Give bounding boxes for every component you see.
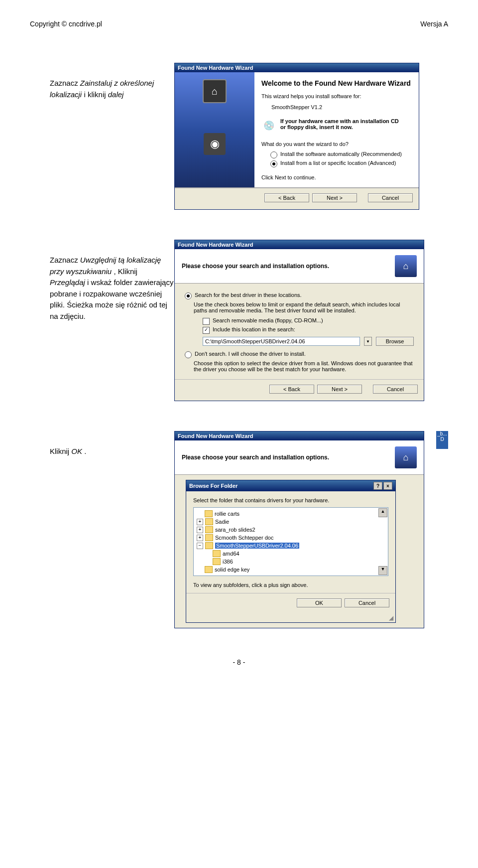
wizard1-question: What do you want the wizard to do? [261,141,412,147]
radio-dont-label: Don't search. I will choose the driver t… [195,351,306,357]
folder-smoothstepper[interactable]: SmoothStepperUSBDriver2.04.06 [215,543,299,549]
close-button[interactable]: × [383,482,392,490]
radio-dont-search[interactable] [185,351,192,358]
folder-icon [213,558,221,565]
radio-auto[interactable] [270,151,277,158]
wizard3-window: Found New Hardware Wizard Please choose … [174,431,424,628]
folder-icon [205,526,213,533]
path-dropdown-arrow[interactable]: ▼ [364,337,372,346]
wizard1-next-button[interactable]: Next > [312,193,357,202]
resize-grip-icon[interactable]: ◢ [186,614,395,622]
behind-window-strip: _b... D [436,431,448,449]
checkbox-removable-label: Search removable media (floppy, CD-ROM..… [213,317,323,323]
wizard1-cancel-button[interactable]: Cancel [368,193,413,202]
hardware-icon: ⌂ [203,79,227,103]
expand-icon[interactable]: + [197,519,203,525]
instr1-text2: i kliknij [84,90,108,99]
radio-search-locations[interactable] [185,292,192,299]
folder-sara[interactable]: sara_rob slides2 [215,527,255,533]
scroll-down-button[interactable]: ▼ [378,566,387,575]
radio-auto-label: Install the software automatically (Reco… [280,151,402,157]
folder-rollie[interactable]: rollie carts [215,511,239,517]
help-button[interactable]: ? [373,482,382,490]
folder-icon [205,542,213,549]
folder-solid-edge[interactable]: solid edge key [215,567,249,573]
hardware-badge-icon: ⌂ [395,255,417,277]
folder-icon [205,518,213,525]
browse-dialog-msg: Select the folder that contains drivers … [186,491,395,505]
browse-ok-button[interactable]: OK [297,598,342,607]
instr2-italic2: Przeglądaj [50,278,85,287]
behind-d: D [440,436,444,442]
wizard2-search-help: Use the check boxes below to limit or ex… [194,301,414,313]
browse-cancel-button[interactable]: Cancel [345,598,389,607]
folder-icon [205,510,213,517]
wizard1-cd2: or floppy disk, insert it now. [280,124,353,130]
wizard1-side-art: ⌂ ◉ [175,72,254,187]
radio-search-label: Search for the best driver in these loca… [195,292,302,298]
instruction-3: Kliknij OK . [50,446,174,457]
collapse-icon[interactable]: − [197,543,203,549]
browse-button[interactable]: Browse [376,337,414,346]
wizard1-window: Found New Hardware Wizard ⌂ ◉ Welcome to… [174,63,419,210]
checkbox-include-location[interactable] [203,327,210,334]
folder-sadie[interactable]: Sadie [215,519,229,525]
scroll-up-button[interactable]: ▲ [378,508,387,517]
wizard2-next-button[interactable]: Next > [317,385,362,394]
instr2-text2: , Kliknij [114,267,137,276]
folder-icon [213,550,221,557]
hardware-badge-icon-2: ⌂ [395,446,417,468]
path-input[interactable]: C:\tmp\SmoothStepperUSBDriver2.04.06 [203,337,360,346]
page-number: - 8 - [30,658,448,666]
wizard2-cancel-button[interactable]: Cancel [373,385,418,394]
wizard1-device: SmoothStepper V1.2 [271,104,412,110]
wizard3-header: Please choose your search and installati… [182,454,329,461]
instruction-2: Zaznacz Uwzględnij tą lokalizację przy w… [50,255,174,322]
wizard2-dont-help: Choose this option to select the device … [194,360,414,372]
browse-for-folder-dialog: Browse For Folder ? × Select the folder … [186,480,396,623]
wizard2-window: Found New Hardware Wizard Please choose … [174,240,424,401]
folder-amd64[interactable]: amd64 [223,551,239,557]
instr1-italic2: dalej [108,90,124,99]
instr2-text1: Zaznacz [50,256,80,264]
folder-i386[interactable]: i386 [223,559,233,565]
folder-icon [205,566,213,573]
wizard3-titlebar: Found New Hardware Wizard [175,432,424,440]
radio-advanced-label: Install from a list or specific location… [280,160,396,166]
wizard2-back-button[interactable]: < Back [269,385,314,394]
expand-icon[interactable]: + [197,527,203,533]
checkbox-removable[interactable] [203,318,210,325]
instr3-italic1: OK [71,447,82,455]
wizard1-welcome: Welcome to the Found New Hardware Wizard [261,79,412,87]
wizard1-helps: This wizard helps you install software f… [261,93,412,99]
instr1-text1: Zaznacz [50,79,80,87]
instr3-text1: Kliknij [50,447,71,455]
wizard1-cd1: If your hardware came with an installati… [280,118,399,124]
wizard2-header: Please choose your search and installati… [182,263,329,270]
instruction-1: Zaznacz Zainstaluj z określonej lokaliza… [50,78,174,100]
wizard1-titlebar: Found New Hardware Wizard [175,63,419,72]
browse-dialog-title: Browse For Folder [189,483,238,489]
folder-icon [205,534,213,541]
wizard1-back-button[interactable]: < Back [264,193,309,202]
folder-scmooth[interactable]: Scmooth Schtepper doc [215,535,273,541]
wizard1-next-hint: Click Next to continue. [261,174,412,180]
behind-b: _b... [437,431,447,436]
header-copyright: Copyright © cncdrive.pl [30,20,102,28]
instr3-text2: . [84,447,86,455]
header-version: Wersja A [420,20,448,28]
folder-tree[interactable]: ▲ rollie carts +Sadie +sara_rob slides2 … [193,507,388,576]
radio-advanced[interactable] [270,160,277,167]
cd-icon: ◉ [204,133,226,155]
wizard2-titlebar: Found New Hardware Wizard [175,240,424,249]
subfolder-hint: To view any subfolders, click a plus sig… [186,581,395,593]
checkbox-include-label: Include this location in the search: [213,326,295,332]
expand-icon[interactable]: + [197,535,203,541]
cd-small-icon: 💿 [261,118,276,133]
